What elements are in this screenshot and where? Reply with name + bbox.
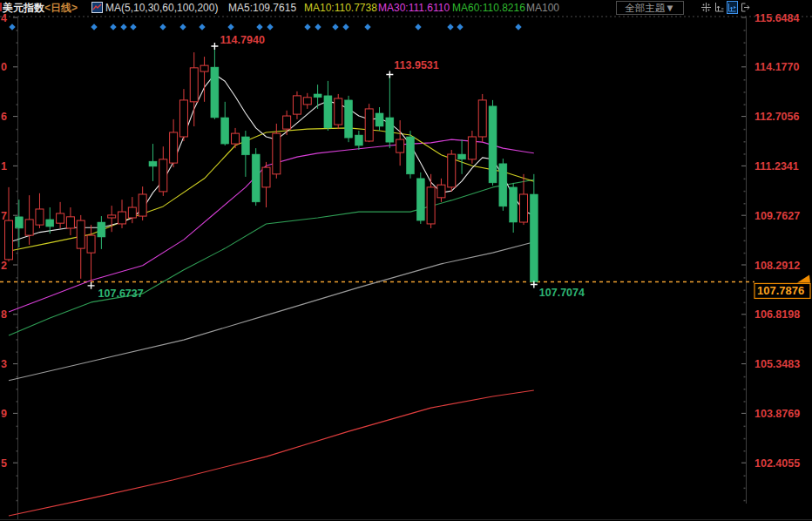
axis-scale-active-icon[interactable] (727, 1, 738, 14)
left-axis-clipped-digit: 0 (1, 61, 7, 73)
ma10-value: MA10:110.7738 (304, 2, 377, 15)
right-axis-label: 109.7627 (754, 210, 800, 222)
toolbar-icon-row (700, 1, 751, 14)
right-axis-label: 112.7056 (754, 111, 799, 123)
ma30-value: MA30:111.6110 (378, 2, 450, 15)
right-axis-label: 115.6484 (754, 12, 799, 24)
left-axis-clipped-digit: 7 (1, 210, 7, 222)
move-crosshair-icon[interactable] (700, 1, 712, 14)
right-axis-label: 105.3483 (754, 358, 800, 370)
symbol-name: 美元指数 (3, 2, 44, 14)
left-axis-clipped-digit: 2 (1, 260, 7, 272)
symbol-title: 美元指数<日线> (3, 2, 78, 15)
candlestick-chart[interactable]: 115.64844114.17700112.70566111.23411109.… (0, 0, 812, 521)
left-axis-clipped-digit: 3 (1, 358, 7, 370)
right-axis-label: 108.2912 (754, 260, 800, 272)
left-axis-clipped-digit: 5 (1, 457, 7, 470)
ma60-value: MA60:110.8216 (452, 2, 525, 15)
theme-selector-button[interactable]: 全部主题▼ (616, 1, 684, 15)
ma5-value: MA5:109.7615 (228, 2, 296, 15)
price-annotation: 113.9531 (394, 59, 438, 71)
left-axis-clipped-digit: 9 (1, 408, 7, 420)
right-axis-label: 103.8769 (754, 408, 800, 420)
left-axis-clipped-digit: 1 (1, 160, 7, 173)
price-annotation: 107.7074 (539, 287, 585, 299)
ma100-value: MA100 (526, 2, 559, 15)
axis-scale-icon[interactable] (714, 1, 725, 14)
current-price-box: 107.7876 (757, 284, 804, 297)
price-annotation: 107.6737 (98, 288, 144, 300)
right-axis-label: 111.2341 (754, 160, 799, 173)
left-axis-clipped-digit: 8 (1, 308, 7, 321)
left-axis-clipped-digit: 6 (1, 111, 7, 123)
right-axis-label: 106.8198 (754, 308, 800, 321)
period-label: <日线> (44, 2, 78, 14)
ma-formula: MA(5,10,30,60,100,200) (105, 2, 218, 15)
mini-chart-icon (91, 2, 103, 13)
right-axis-label: 102.4055 (754, 457, 800, 470)
right-axis-label: 114.1770 (754, 61, 799, 73)
price-annotation: 114.7940 (220, 34, 264, 46)
exit-pane-icon[interactable] (740, 1, 751, 14)
trading-app: { "header": { "symbol": "美元指数", "period"… (0, 0, 812, 521)
clipped-digit (0, 3, 2, 11)
